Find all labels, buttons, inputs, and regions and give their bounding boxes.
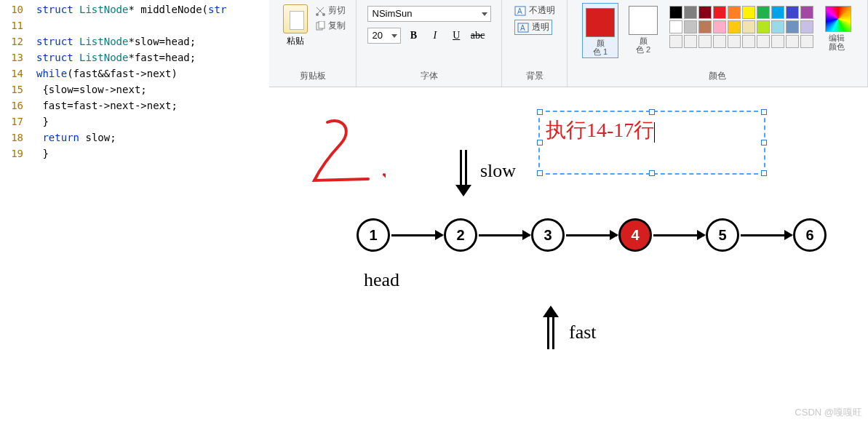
opaque-option[interactable]: A 不透明 bbox=[514, 4, 555, 17]
cut-button[interactable]: 剪切 bbox=[315, 3, 346, 18]
edit-colors-button[interactable]: 编辑 颜色 bbox=[821, 3, 853, 51]
palette-swatch[interactable] bbox=[669, 20, 682, 33]
font-size-combo[interactable]: 20 bbox=[367, 28, 401, 44]
copy-button[interactable]: 复制 bbox=[315, 18, 346, 33]
palette-swatch[interactable] bbox=[713, 20, 726, 33]
italic-button[interactable]: I bbox=[426, 28, 444, 44]
palette-swatch[interactable] bbox=[786, 6, 799, 19]
list-arrow bbox=[653, 234, 704, 236]
opaque-icon: A bbox=[514, 6, 526, 16]
palette-swatch[interactable] bbox=[713, 6, 726, 19]
fast-pointer-arrow bbox=[543, 306, 559, 349]
annotation-textbox[interactable]: 执行14-17行 bbox=[538, 111, 765, 175]
code-line: 16 fast=fast->next->next; bbox=[0, 97, 269, 114]
transparent-option[interactable]: A 透明 bbox=[514, 20, 552, 35]
palette-swatch[interactable] bbox=[698, 35, 712, 48]
fast-label: fast bbox=[569, 322, 597, 343]
line-number: 19 bbox=[0, 146, 36, 162]
code-line: 17 } bbox=[0, 114, 269, 130]
list-node: 1 bbox=[357, 218, 390, 252]
palette-swatch[interactable] bbox=[742, 35, 755, 48]
svg-rect-3 bbox=[319, 21, 324, 28]
clipboard-icon bbox=[283, 4, 308, 33]
palette-swatch[interactable] bbox=[771, 35, 784, 48]
code-line: 12struct ListNode*slow=head; bbox=[0, 33, 269, 49]
palette-swatch[interactable] bbox=[800, 20, 813, 33]
svg-point-0 bbox=[316, 13, 319, 16]
font-group: NSimSun 20 B I U abc 字体 bbox=[357, 0, 502, 87]
color2-swatch bbox=[629, 6, 658, 35]
color2-button[interactable]: 颜 色 2 bbox=[627, 3, 659, 54]
strike-button[interactable]: abc bbox=[469, 28, 487, 44]
palette-swatch[interactable] bbox=[684, 6, 697, 19]
palette-swatch[interactable] bbox=[757, 6, 770, 19]
hand-drawn-2 bbox=[298, 116, 386, 189]
code-content: return slow; bbox=[36, 130, 116, 146]
palette-swatch[interactable] bbox=[728, 35, 741, 48]
palette-swatch[interactable] bbox=[786, 20, 799, 33]
palette-swatch[interactable] bbox=[698, 20, 712, 33]
paste-button[interactable]: 粘贴 bbox=[280, 3, 311, 47]
list-arrow bbox=[479, 234, 530, 236]
paste-label: 粘贴 bbox=[280, 35, 311, 47]
line-number: 17 bbox=[0, 114, 36, 130]
line-number: 15 bbox=[0, 81, 36, 97]
code-content: struct ListNode* middleNode(str bbox=[36, 1, 226, 17]
code-line: 10struct ListNode* middleNode(str bbox=[0, 1, 269, 17]
color1-button[interactable]: 颜 色 1 bbox=[582, 3, 618, 58]
paint-canvas[interactable]: slow 123456 head fast 执行14-17行 CSDN @嘎嘎旺 bbox=[269, 87, 868, 422]
line-number: 16 bbox=[0, 97, 36, 114]
svg-point-1 bbox=[322, 13, 325, 16]
ribbon-toolbar: 粘贴 剪切 复制 剪贴板 NSimSun 20 bbox=[269, 0, 868, 87]
palette-swatch[interactable] bbox=[669, 35, 682, 48]
font-name-combo[interactable]: NSimSun bbox=[367, 6, 491, 22]
head-label: head bbox=[364, 269, 399, 291]
palette-swatch[interactable] bbox=[669, 6, 682, 19]
background-group: A 不透明 A 透明 背景 bbox=[502, 0, 568, 87]
watermark: CSDN @嘎嘎旺 bbox=[795, 406, 862, 419]
color-palette bbox=[669, 6, 813, 48]
list-arrow bbox=[566, 234, 617, 236]
code-content: struct ListNode*slow=head; bbox=[36, 33, 196, 49]
palette-swatch[interactable] bbox=[771, 6, 784, 19]
code-content: struct ListNode*fast=head; bbox=[36, 49, 196, 65]
svg-text:A: A bbox=[520, 24, 525, 32]
code-content: while(fast&&fast->next) bbox=[36, 65, 178, 81]
palette-swatch[interactable] bbox=[800, 6, 813, 19]
code-line: 19 } bbox=[0, 146, 269, 162]
code-line: 13struct ListNode*fast=head; bbox=[0, 49, 269, 65]
list-node: 2 bbox=[444, 218, 477, 252]
bold-button[interactable]: B bbox=[405, 28, 423, 44]
palette-swatch[interactable] bbox=[742, 6, 755, 19]
palette-swatch[interactable] bbox=[757, 35, 770, 48]
code-editor: 10struct ListNode* middleNode(str1112str… bbox=[0, 0, 269, 422]
code-line: 14while(fast&&fast->next) bbox=[0, 65, 269, 81]
list-arrow bbox=[741, 234, 792, 236]
rainbow-icon bbox=[825, 6, 851, 32]
code-line: 11 bbox=[0, 17, 269, 33]
code-content: } bbox=[36, 114, 49, 130]
palette-swatch[interactable] bbox=[771, 20, 784, 33]
palette-swatch[interactable] bbox=[742, 20, 755, 33]
palette-swatch[interactable] bbox=[800, 35, 813, 48]
underline-button[interactable]: U bbox=[447, 28, 465, 44]
line-number: 14 bbox=[0, 65, 36, 81]
font-group-label: 字体 bbox=[421, 68, 438, 85]
palette-swatch[interactable] bbox=[786, 35, 799, 48]
palette-swatch[interactable] bbox=[728, 20, 741, 33]
palette-swatch[interactable] bbox=[684, 35, 697, 48]
line-number: 11 bbox=[0, 17, 36, 33]
palette-swatch[interactable] bbox=[713, 35, 726, 48]
palette-swatch[interactable] bbox=[684, 20, 697, 33]
code-content: fast=fast->next->next; bbox=[36, 97, 178, 114]
colors-group-label: 颜色 bbox=[709, 68, 726, 85]
list-node: 5 bbox=[706, 218, 739, 252]
svg-text:A: A bbox=[517, 7, 522, 15]
code-line: 18 return slow; bbox=[0, 130, 269, 146]
list-node: 6 bbox=[793, 218, 827, 252]
copy-icon bbox=[315, 21, 325, 31]
palette-swatch[interactable] bbox=[728, 6, 741, 19]
palette-swatch[interactable] bbox=[698, 6, 712, 19]
transparent-icon: A bbox=[517, 23, 529, 33]
palette-swatch[interactable] bbox=[757, 20, 770, 33]
